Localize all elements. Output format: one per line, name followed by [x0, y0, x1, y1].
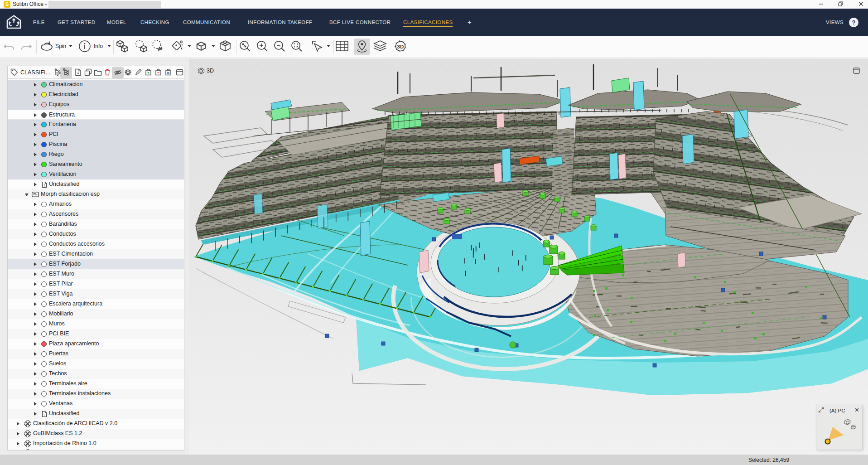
svg-text:?: ? — [43, 413, 45, 417]
svg-text:?: ? — [43, 184, 45, 187]
svg-text:3D: 3D — [397, 44, 404, 49]
